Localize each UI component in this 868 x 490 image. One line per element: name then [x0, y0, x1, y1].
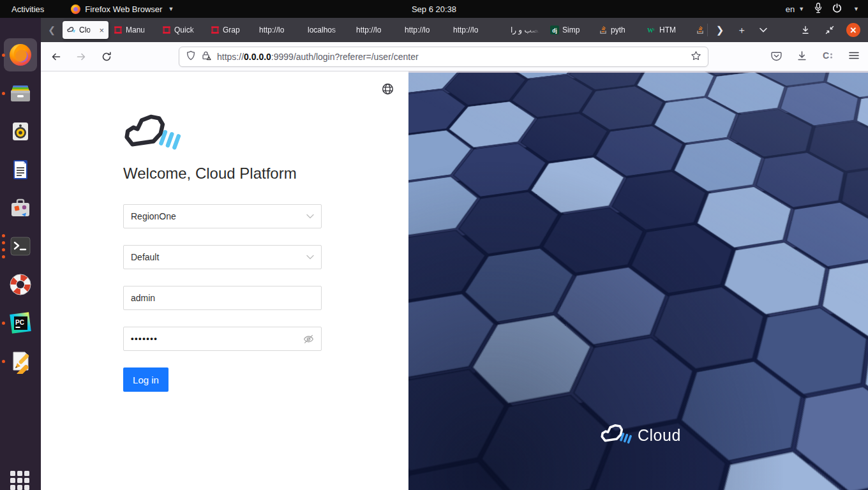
dock-item-text-editor[interactable]	[8, 348, 33, 374]
openstack-favicon	[114, 26, 123, 34]
running-indicator	[2, 234, 5, 259]
shield-icon[interactable]	[186, 50, 196, 63]
files-icon	[8, 97, 33, 108]
tab-title: HTM	[659, 26, 686, 34]
running-indicator	[2, 348, 5, 374]
list-tabs-icon[interactable]	[752, 21, 774, 39]
dock-item-files[interactable]	[8, 80, 33, 106]
caret-down-icon[interactable]: ▼	[853, 6, 859, 12]
power-icon[interactable]	[832, 3, 842, 15]
forward-icon[interactable]	[70, 46, 92, 68]
browser-tab[interactable]: W3HTM	[643, 21, 691, 39]
page-title: Welcome, Cloud Platform	[123, 165, 297, 182]
page-viewport: Welcome, Cloud Platform RegionOne Defaul…	[41, 71, 868, 490]
extension-ci-icon[interactable]: C	[822, 50, 834, 63]
tab-scroll-left-icon[interactable]: ❮	[41, 25, 63, 35]
eye-invisible-icon[interactable]	[303, 334, 314, 345]
pycharm-icon: PC	[8, 327, 33, 338]
browser-tab[interactable]: Grap	[206, 21, 254, 39]
browser-tab[interactable]: نصب و را	[497, 21, 545, 39]
browser-tab[interactable]: djSimp	[546, 21, 594, 39]
dock-item-help[interactable]	[8, 272, 33, 297]
domain-value: Default	[131, 252, 159, 262]
select-caret-icon	[306, 214, 314, 219]
running-indicator	[2, 80, 5, 106]
username-value: admin	[131, 293, 155, 303]
username-input[interactable]: admin	[123, 286, 322, 310]
openstack-favicon	[162, 26, 171, 34]
dock-item-pycharm[interactable]: PC	[8, 310, 33, 336]
cloud-logo-watermark-icon	[600, 424, 632, 447]
activities-button[interactable]: Activities	[0, 0, 56, 18]
browser-tab[interactable]: Quick	[158, 21, 206, 39]
browser-tab[interactable]: http://lo	[400, 21, 448, 39]
cloud-logo	[123, 114, 181, 153]
browser-tab[interactable]: http://lo	[255, 21, 303, 39]
tab-close-button[interactable]: ×	[98, 26, 104, 35]
tab-title: pyth	[611, 26, 638, 34]
region-select[interactable]: RegionOne	[123, 204, 322, 228]
divider	[707, 24, 708, 36]
browser-tab[interactable]: pyth	[594, 21, 642, 39]
gnome-top-bar: Activities Firefox Web Browser ▼ Sep 6 2…	[0, 0, 868, 18]
dock-item-firefox[interactable]	[8, 42, 33, 68]
browser-tab[interactable]: Manu	[109, 21, 157, 39]
browser-tab[interactable]: http://lo	[352, 21, 400, 39]
running-indicator	[2, 42, 5, 68]
dock-item-terminal[interactable]	[8, 234, 33, 259]
libreoffice-writer-icon	[8, 174, 33, 184]
microphone-icon[interactable]	[814, 3, 822, 15]
browser-tab[interactable]: localhos	[303, 21, 351, 39]
stackoverflow-favicon	[696, 26, 705, 34]
tab-scroll-right-icon[interactable]: ❯	[709, 21, 731, 39]
dock-item-ubuntu-software[interactable]	[8, 195, 33, 221]
close-icon[interactable]: ✕	[846, 23, 860, 37]
url-scheme: https://	[217, 52, 244, 62]
app-menu-label: Firefox Web Browser	[85, 4, 162, 14]
stackoverflow-favicon	[599, 26, 608, 34]
url-text: https://0.0.0.0:9999/auth/login?referer=…	[217, 52, 685, 62]
lock-warning-icon[interactable]	[201, 50, 212, 63]
tab-title: Manu	[126, 26, 153, 34]
language-indicator[interactable]: en ▼	[786, 4, 804, 14]
running-indicator	[2, 310, 5, 336]
url-host: 0.0.0.0	[244, 52, 271, 62]
firefox-icon	[71, 4, 80, 14]
domain-select[interactable]: Default	[123, 245, 322, 269]
tab-title: Quick	[174, 26, 201, 34]
tab-title: http://lo	[405, 26, 444, 34]
tab-title: Clo	[79, 26, 94, 34]
tab-title: Simp	[562, 26, 589, 34]
url-bar[interactable]: https://0.0.0.0:9999/auth/login?referer=…	[179, 47, 708, 67]
globe-icon[interactable]	[382, 83, 394, 96]
new-tab-button[interactable]: ＋	[731, 21, 752, 39]
tab-title: http://lo	[356, 26, 395, 34]
password-mask: •••••••	[131, 327, 158, 351]
svg-text:C: C	[823, 50, 829, 61]
tab-title: http://lo	[453, 26, 492, 34]
rhythmbox-icon	[8, 135, 33, 146]
login-button[interactable]: Log in	[123, 368, 168, 392]
hero-image: Cloud	[408, 71, 868, 490]
minimize-icon[interactable]	[798, 22, 813, 38]
menu-icon[interactable]	[849, 51, 859, 63]
show-apps-icon[interactable]	[10, 471, 31, 490]
back-icon[interactable]	[45, 46, 66, 68]
browser-tab[interactable]	[691, 21, 706, 39]
cloud-favicon	[67, 26, 76, 34]
password-input[interactable]: •••••••	[123, 327, 322, 351]
login-panel: Welcome, Cloud Platform RegionOne Defaul…	[41, 71, 408, 490]
svg-text:dj: dj	[552, 27, 557, 34]
language-label: en	[786, 4, 795, 14]
browser-tab[interactable]: http://lo	[449, 21, 497, 39]
app-menu[interactable]: Firefox Web Browser ▼	[71, 4, 174, 14]
reload-icon[interactable]	[96, 46, 117, 68]
select-caret-icon	[306, 255, 314, 260]
dock-item-rhythmbox[interactable]	[8, 119, 33, 144]
bookmark-star-icon[interactable]	[691, 50, 701, 64]
download-icon[interactable]	[797, 50, 807, 64]
restore-icon[interactable]	[822, 22, 837, 38]
browser-tab[interactable]: Clo×	[63, 21, 108, 39]
dock-item-libreoffice-writer[interactable]	[8, 157, 33, 182]
pocket-icon[interactable]	[771, 50, 782, 64]
